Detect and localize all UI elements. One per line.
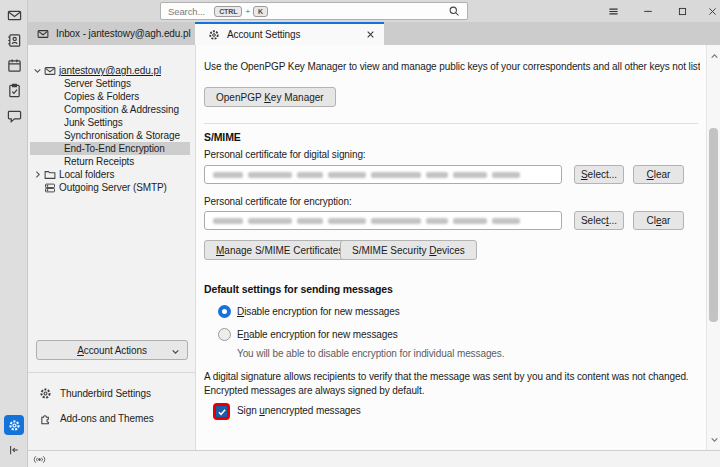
title-bar: Search... CTRL + K: [28, 0, 720, 22]
mail-space-button[interactable]: [0, 3, 28, 27]
redacted-text: [213, 172, 243, 178]
signing-certificate-field[interactable]: [204, 165, 562, 184]
label-text: S/MIME Security Devices: [352, 245, 465, 256]
global-search-input[interactable]: Search... CTRL + K: [160, 2, 468, 20]
disable-encryption-radio[interactable]: Disable encryption for new messages: [218, 304, 400, 318]
search-placeholder: Search...: [168, 6, 205, 17]
clear-encryption-certificate-button[interactable]: Clear: [633, 211, 684, 230]
minimize-button[interactable]: [640, 3, 656, 19]
account-mail-icon: [44, 65, 56, 77]
tab-bar: Inbox - jantestowy@agh.edu.pl Account Se…: [28, 22, 720, 45]
label-text: isable encryption for new messages: [244, 306, 400, 317]
close-window-button[interactable]: [704, 3, 720, 19]
mail-icon: [7, 8, 22, 23]
tab-inbox-label: Inbox - jantestowy@agh.edu.pl: [56, 28, 191, 39]
sidebar-item-outgoing-server[interactable]: Outgoing Server (SMTP): [28, 181, 196, 194]
gear-tab-icon: [208, 29, 220, 41]
chat-space-button[interactable]: [0, 103, 28, 127]
redacted-text: [213, 218, 243, 224]
status-bar: [28, 450, 720, 467]
sidebar-item-return-receipts[interactable]: Return Receipts: [28, 155, 196, 168]
smime-security-devices-button[interactable]: S/MIME Security Devices: [340, 240, 477, 260]
activity-indicator-icon: [33, 453, 46, 466]
select-signing-certificate-button[interactable]: Select...: [574, 165, 624, 184]
search-shortcut: CTRL + K: [214, 6, 268, 17]
label-text: lear: [654, 169, 671, 180]
sign-unencrypted-checkbox-checked-highlighted[interactable]: [215, 405, 228, 418]
addons-themes-link[interactable]: Add-ons and Themes: [39, 410, 154, 426]
redacted-text: [426, 172, 448, 178]
thunderbird-settings-link[interactable]: Thunderbird Settings: [39, 385, 151, 401]
sidebar-item-junk-settings[interactable]: Junk Settings: [28, 116, 196, 129]
account-actions-button[interactable]: Account Actions: [36, 340, 188, 360]
label-text: ...: [609, 215, 617, 226]
spaces-toolbar: [0, 0, 28, 467]
maximize-button[interactable]: [674, 3, 690, 19]
tasks-space-button[interactable]: [0, 78, 28, 102]
redacted-text: [297, 218, 323, 224]
collapse-sidebar-icon: [8, 444, 20, 456]
sidebar-item-synchronisation-storage[interactable]: Synchronisation & Storage: [28, 129, 196, 142]
tab-account-settings-active[interactable]: Account Settings: [195, 22, 384, 45]
label-text: Select...: [581, 215, 617, 226]
settings-space-button-active[interactable]: [4, 415, 24, 435]
radio-unselected-icon[interactable]: [218, 328, 231, 341]
sidebar-item-local-folders[interactable]: Local folders: [28, 168, 196, 181]
calendar-space-button[interactable]: [0, 53, 28, 77]
k-key-badge: K: [253, 6, 268, 17]
item-label: Synchronisation & Storage: [64, 129, 180, 142]
radio-label: Enable encryption for new messages: [237, 329, 398, 340]
close-icon: [707, 6, 718, 17]
sidebar-item-copies-folders[interactable]: Copies & Folders: [28, 90, 196, 103]
encryption-certificate-label: Personal certificate for encryption:: [204, 196, 352, 207]
label-text: OpenPGP Key Manager: [216, 92, 324, 103]
redacted-text: [297, 172, 323, 178]
label-text: A: [77, 345, 84, 356]
address-book-icon: [7, 33, 22, 48]
radio-selected-icon[interactable]: [218, 305, 231, 318]
calendar-icon: [7, 58, 22, 73]
item-label: Outgoing Server (SMTP): [59, 181, 167, 194]
tab-close-icon[interactable]: [366, 30, 375, 39]
item-label: Local folders: [59, 168, 114, 181]
smime-heading: S/MIME: [204, 131, 241, 143]
redacted-text: [426, 218, 448, 224]
manage-smime-certificates-button[interactable]: Manage S/MIME Certificates: [204, 240, 355, 260]
redacted-text: [371, 218, 421, 224]
tab-inbox[interactable]: Inbox - jantestowy@agh.edu.pl: [28, 22, 194, 45]
sidebar-item-end-to-end-encryption-selected[interactable]: End-To-End Encryption: [30, 142, 190, 155]
chevron-right-icon[interactable]: [33, 170, 42, 179]
ctrl-key-badge: CTRL: [214, 6, 242, 17]
app-menu-button[interactable]: [605, 3, 621, 19]
chevron-down-icon[interactable]: [33, 66, 42, 75]
thunderbird-window: Search... CTRL + K Inbox - jantestowy@ag…: [0, 0, 720, 467]
sidebar-item-server-settings[interactable]: Server Settings: [28, 77, 196, 90]
scrollbar-thumb[interactable]: [709, 128, 718, 322]
vertical-scrollbar: [706, 45, 720, 450]
select-encryption-certificate-button[interactable]: Select...: [574, 211, 624, 230]
label-text: Selec: [581, 215, 606, 226]
sidebar-item-account[interactable]: jantestowy@agh.edu.pl: [28, 64, 196, 77]
openpgp-key-manager-button[interactable]: OpenPGP Key Manager: [204, 87, 336, 107]
item-label: Server Settings: [64, 77, 131, 90]
default-settings-heading: Default settings for sending messages: [204, 283, 393, 295]
label-text: Select...: [581, 169, 617, 180]
clear-signing-certificate-button[interactable]: Clear: [633, 165, 684, 184]
item-label: Return Receipts: [64, 155, 134, 168]
label-text: elect...: [588, 169, 617, 180]
scroll-down-arrow[interactable]: [707, 433, 720, 445]
signing-certificate-label: Personal certificate for digital signing…: [204, 149, 366, 160]
maximize-icon: [677, 6, 688, 17]
label-text: evices: [436, 245, 464, 256]
section-divider: [204, 123, 698, 124]
enable-encryption-radio[interactable]: Enable encryption for new messages: [218, 327, 398, 341]
scroll-up-arrow[interactable]: [707, 50, 720, 62]
sidebar-item-composition-addressing[interactable]: Composition & Addressing: [28, 103, 196, 116]
smtp-server-icon: [44, 182, 56, 194]
collapse-spaces-button[interactable]: [0, 441, 28, 459]
address-book-space-button[interactable]: [0, 28, 28, 52]
encryption-helper-text: You will be able to disable encryption f…: [237, 348, 504, 359]
redacted-text: [248, 218, 292, 224]
hamburger-menu-icon: [607, 5, 620, 18]
encryption-certificate-field[interactable]: [204, 211, 562, 230]
